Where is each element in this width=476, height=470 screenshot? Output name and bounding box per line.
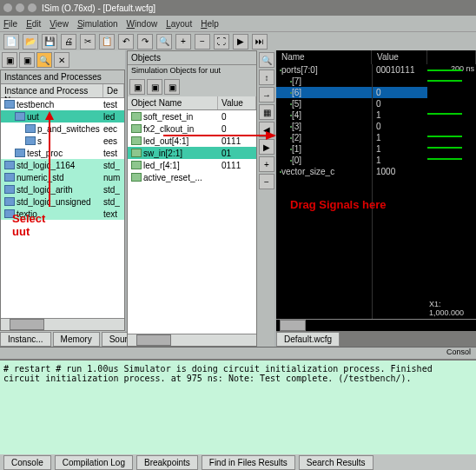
tree-row[interactable]: sees [1, 135, 124, 147]
wave-signal-row[interactable]: [6] [276, 87, 372, 98]
col-name[interactable]: Instance and Process Name [1, 84, 103, 97]
tab-wcfg[interactable]: Default.wcfg [276, 332, 340, 347]
wave-value: 1 [373, 143, 427, 155]
cursor-icon[interactable]: ↕ [259, 70, 274, 85]
next-icon[interactable]: ▶ [259, 139, 274, 155]
tab-console[interactable]: Console [3, 455, 51, 470]
menu-view[interactable]: View [50, 19, 69, 29]
sys-icon[interactable] [3, 3, 12, 12]
add-icon[interactable]: + [259, 156, 274, 172]
tab-instances[interactable]: Instanc... [0, 332, 51, 347]
wave-col-value[interactable]: Value [372, 50, 427, 64]
tree-row[interactable]: testbenchtest [1, 98, 124, 110]
tree-row[interactable]: sw_in[2:1]01 [128, 147, 256, 159]
save-icon[interactable]: 💾 [42, 34, 57, 50]
wave-signal-row[interactable]: [2] [276, 132, 372, 143]
tree-row[interactable]: active_reset_... [128, 171, 256, 183]
wave-value: 1000 [373, 166, 427, 177]
open-icon[interactable]: 📂 [23, 34, 38, 50]
scrollbar-h[interactable] [1, 318, 124, 330]
wave-signal-row[interactable]: vector_size_c [276, 166, 372, 177]
filter-icon[interactable]: ▣ [164, 79, 180, 95]
col-desc[interactable]: De [103, 84, 124, 97]
tree-row[interactable]: std_logic_unsignedstd_ [1, 195, 124, 208]
new-icon[interactable]: 📄 [3, 34, 19, 50]
undo-icon[interactable]: ↶ [118, 34, 134, 50]
find-icon[interactable]: 🔍 [156, 34, 172, 50]
tab-compilation[interactable]: Compilation Log [55, 455, 133, 470]
clear-icon[interactable]: ✕ [54, 52, 69, 68]
module-icon [4, 173, 15, 182]
tree-row[interactable]: soft_reset_in0 [128, 110, 256, 122]
wave-signal-row[interactable]: [5] [276, 98, 372, 109]
col-value[interactable]: Value [218, 96, 256, 109]
run-icon[interactable]: ▶ [233, 34, 248, 50]
menu-edit[interactable]: Edit [26, 19, 41, 29]
zoom-in-icon[interactable]: + [175, 34, 191, 50]
tab-find-results[interactable]: Find in Files Results [202, 455, 295, 470]
tree-row[interactable]: p_and_switcheseec [1, 122, 124, 135]
wave-signal-row[interactable]: [3] [276, 121, 372, 132]
print-icon[interactable]: 🖨 [61, 34, 76, 50]
scrollbar-h[interactable] [128, 334, 256, 346]
wave-signal-row[interactable]: ports[7:0] [276, 64, 372, 76]
wave-signal-row[interactable]: [4] [276, 109, 372, 121]
cursor-readout: X1: 1,000.000 [429, 300, 476, 317]
menu-simulation[interactable]: Simulation [77, 19, 118, 29]
col-object-name[interactable]: Object Name [128, 96, 218, 109]
signal-icon [290, 115, 292, 116]
redo-icon[interactable]: ↷ [137, 34, 153, 50]
tree-row[interactable]: led_out[4:1]0111 [128, 135, 256, 147]
filter-icon[interactable]: ▣ [147, 79, 162, 95]
wave-signal-row[interactable]: [0] [276, 155, 372, 166]
objects-tree[interactable]: soft_reset_in0fx2_clkout_in0led_out[4:1]… [128, 110, 256, 334]
marker-icon[interactable]: ▦ [259, 104, 274, 120]
wave-signal-row[interactable]: [7] [276, 76, 372, 87]
tree-row[interactable]: numeric_stdnum [1, 171, 124, 183]
module-icon [4, 100, 15, 109]
sys-icon[interactable] [16, 3, 24, 12]
module-icon [4, 185, 15, 194]
goto-icon[interactable]: → [259, 87, 274, 103]
zoom-fit-icon[interactable]: ⛶ [214, 34, 229, 50]
zoom-icon[interactable]: 🔍 [259, 52, 274, 68]
wave-scrollbar[interactable] [276, 319, 476, 331]
menu-layout[interactable]: Layout [166, 19, 192, 29]
instances-header: Instances and Processes [1, 70, 124, 84]
window-title: ISim (O.76xd) - [Default.wcfg] [42, 3, 155, 13]
tree-row[interactable]: test_proctest [1, 147, 124, 159]
tab-memory[interactable]: Memory [53, 332, 100, 347]
zoom-out-icon[interactable]: − [195, 34, 210, 50]
cut-icon[interactable]: ✂ [80, 34, 96, 50]
tab-breakpoints[interactable]: Breakpoints [136, 455, 198, 470]
tree-row[interactable]: uutled [1, 110, 124, 122]
tab-search-results[interactable]: Search Results [299, 455, 374, 470]
filter-icon[interactable]: ▣ [19, 52, 35, 68]
menu-window[interactable]: Window [127, 19, 158, 29]
tree-row[interactable]: textiotext [1, 208, 124, 220]
find-icon[interactable]: 🔍 [36, 52, 52, 68]
instances-tree[interactable]: testbenchtestuutledp_and_switcheseecsees… [1, 98, 124, 318]
wave-body[interactable]: ports[7:0][7][6][5][4][3][2][1][0]vector… [276, 64, 476, 319]
tree-row[interactable]: fx2_clkout_in0 [128, 122, 256, 135]
sys-icon[interactable] [28, 3, 36, 12]
step-icon[interactable]: ⏭ [252, 34, 268, 50]
wave-signal-row[interactable]: [1] [276, 143, 372, 155]
tree-row[interactable]: led_r[4:1]0111 [128, 159, 256, 171]
signal-icon [131, 161, 142, 169]
prev-icon[interactable]: ◀ [259, 122, 274, 137]
copy-icon[interactable]: 📋 [99, 34, 115, 50]
tree-row[interactable]: std_logic_arithstd_ [1, 183, 124, 195]
tree-row[interactable]: std_logic_1164std_ [1, 159, 124, 171]
filter-icon[interactable]: ▣ [129, 79, 145, 95]
objects-columns: Object Name Value [128, 96, 256, 110]
del-icon[interactable]: − [259, 174, 274, 189]
filter-icon[interactable]: ▣ [2, 52, 17, 68]
signal-icon [290, 126, 292, 128]
wave-value: 1 [373, 109, 427, 121]
menu-help[interactable]: Help [201, 19, 219, 29]
menu-file[interactable]: File [3, 19, 17, 29]
console-output[interactable]: # restart # run 1.00us Simulator is doin… [0, 359, 476, 454]
wave-col-name[interactable]: Name [276, 50, 372, 64]
console-tabs: Console Compilation Log Breakpoints Find… [0, 454, 476, 470]
